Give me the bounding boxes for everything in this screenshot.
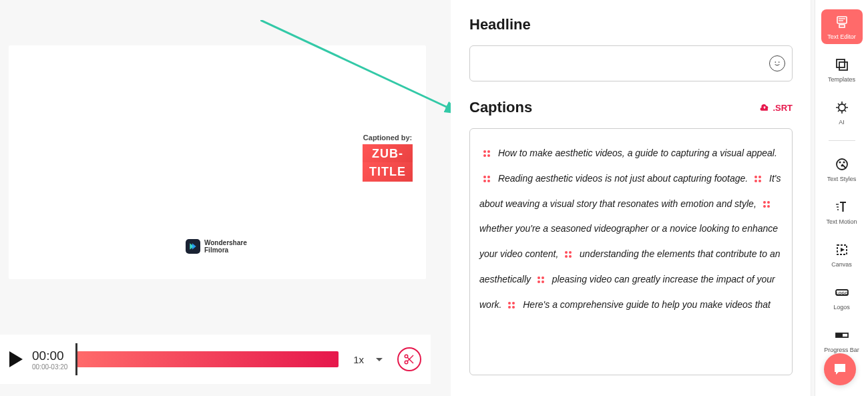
svg-rect-7	[837, 17, 847, 23]
sidebar-item-label: Templates	[828, 76, 855, 83]
svg-rect-25	[836, 333, 843, 337]
chevron-down-icon	[376, 358, 383, 361]
filmora-text: Wondershare Filmora	[204, 239, 247, 254]
video-preview: Captioned by: ZUB- TITLE Wondershare Fil…	[9, 45, 426, 279]
text-editor-panel: Headline Captions .SRT How to	[451, 0, 811, 396]
ai-icon	[833, 99, 851, 116]
svg-point-13	[839, 104, 845, 111]
sidebar-item-label: Logos	[833, 304, 850, 311]
sidebar-item-label: Canvas	[831, 261, 852, 268]
sidebar-item-label: Text Styles	[827, 176, 857, 182]
headline-input[interactable]	[469, 45, 793, 81]
drag-handle-icon[interactable]	[754, 176, 763, 182]
sidebar-divider	[829, 140, 855, 141]
help-button[interactable]	[824, 353, 856, 385]
speed-selector[interactable]: 1x	[348, 351, 388, 368]
templates-icon	[833, 56, 851, 73]
timeline-playhead[interactable]	[75, 343, 77, 375]
sidebar-item-text-motion[interactable]: Text Motion	[821, 194, 863, 229]
time-range: 00:00-03:20	[32, 363, 67, 371]
sidebar-item-canvas[interactable]: Canvas	[821, 237, 863, 272]
headline-label: Headline	[469, 16, 793, 33]
caption-segment[interactable]: Here's a comprehensive guide to help you…	[523, 299, 771, 310]
current-time: 00:00	[32, 349, 67, 363]
drag-handle-icon[interactable]	[483, 176, 491, 182]
zubtitle-logo: ZUB- TITLE	[363, 144, 413, 182]
scrollbar-track[interactable]	[811, 0, 811, 396]
drag-handle-icon[interactable]	[483, 150, 491, 157]
svg-rect-11	[837, 59, 845, 67]
captioned-by-label: Captioned by:	[363, 134, 413, 142]
timeline-track[interactable]	[77, 351, 339, 367]
upload-srt-button[interactable]: .SRT	[759, 102, 793, 113]
canvas-icon	[833, 241, 851, 258]
sidebar-item-ai[interactable]: AI	[821, 95, 863, 130]
sidebar-item-label: Progress Bar	[824, 347, 859, 353]
tools-sidebar: Text Editor Templates AI Text Styles Te	[815, 0, 868, 396]
drag-handle-icon[interactable]	[763, 201, 771, 208]
caption-segment[interactable]: Reading aesthetic videos is not just abo…	[498, 173, 748, 184]
sidebar-item-label: Text Editor	[827, 33, 856, 40]
sidebar-item-label: AI	[839, 119, 845, 126]
svg-point-6	[779, 61, 780, 63]
logos-icon: LOGO	[833, 284, 851, 301]
svg-text:LOGO: LOGO	[836, 291, 848, 295]
cloud-upload-icon	[759, 102, 770, 113]
sidebar-item-templates[interactable]: Templates	[821, 52, 863, 87]
time-display: 00:00 00:00-03:20	[32, 349, 67, 371]
filmora-watermark: Wondershare Filmora	[186, 239, 247, 254]
play-button[interactable]	[9, 351, 23, 367]
sidebar-item-label: Text Motion	[826, 218, 857, 225]
text-motion-icon	[833, 198, 851, 216]
svg-point-16	[843, 162, 845, 164]
drag-handle-icon[interactable]	[565, 251, 573, 258]
captions-box[interactable]: How to make aesthetic videos, a guide to…	[469, 128, 793, 375]
smile-icon	[772, 58, 783, 69]
sidebar-item-text-editor[interactable]: Text Editor	[821, 9, 863, 44]
svg-rect-10	[839, 25, 845, 27]
progress-bar-icon	[833, 327, 851, 344]
caption-segment[interactable]: How to make aesthetic videos, a guide to…	[498, 148, 777, 158]
emoji-picker-button[interactable]	[769, 55, 785, 71]
drag-handle-icon[interactable]	[508, 302, 516, 309]
scissors-icon	[403, 353, 415, 365]
drag-handle-icon[interactable]	[537, 276, 546, 283]
sidebar-item-progress-bar[interactable]: Progress Bar	[821, 323, 863, 357]
captioned-by-watermark: Captioned by: ZUB- TITLE	[363, 134, 413, 182]
filmora-icon	[186, 239, 200, 254]
sidebar-item-logos[interactable]: LOGO Logos	[821, 280, 863, 315]
chat-icon	[832, 361, 848, 377]
playback-bar: 00:00 00:00-03:20 1x	[0, 335, 431, 384]
video-preview-panel: Captioned by: ZUB- TITLE Wondershare Fil…	[0, 0, 437, 396]
cut-button[interactable]	[397, 347, 421, 371]
sidebar-item-text-styles[interactable]: Text Styles	[821, 152, 863, 186]
svg-point-15	[839, 162, 841, 164]
text-styles-icon	[833, 156, 851, 173]
text-editor-icon	[833, 13, 851, 31]
svg-rect-12	[839, 62, 847, 70]
captions-label: Captions	[469, 99, 532, 116]
svg-point-5	[775, 61, 776, 63]
